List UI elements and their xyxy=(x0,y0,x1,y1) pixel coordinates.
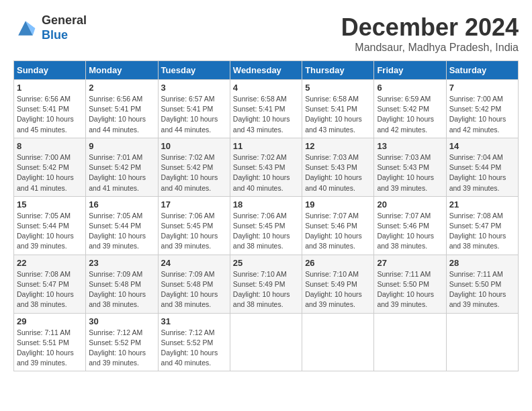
calendar-cell: 25 Sunrise: 7:10 AM Sunset: 5:49 PM Dayl… xyxy=(230,255,302,313)
calendar-cell: 26 Sunrise: 7:10 AM Sunset: 5:49 PM Dayl… xyxy=(302,255,374,313)
calendar-cell: 22 Sunrise: 7:08 AM Sunset: 5:47 PM Dayl… xyxy=(14,255,86,313)
day-number: 31 xyxy=(161,316,227,326)
day-info: Sunrise: 7:05 AM Sunset: 5:44 PM Dayligh… xyxy=(17,211,83,252)
calendar-week-row: 29 Sunrise: 7:11 AM Sunset: 5:51 PM Dayl… xyxy=(14,313,519,371)
day-number: 29 xyxy=(17,316,83,326)
day-number: 28 xyxy=(449,258,515,268)
day-info: Sunrise: 7:12 AM Sunset: 5:52 PM Dayligh… xyxy=(161,328,227,369)
logo: General Blue xyxy=(13,13,87,42)
calendar-week-row: 8 Sunrise: 7:00 AM Sunset: 5:42 PM Dayli… xyxy=(14,138,519,196)
day-number: 20 xyxy=(377,199,443,210)
calendar-cell: 20 Sunrise: 7:07 AM Sunset: 5:46 PM Dayl… xyxy=(374,196,446,255)
day-number: 17 xyxy=(161,199,227,210)
calendar-cell: 29 Sunrise: 7:11 AM Sunset: 5:51 PM Dayl… xyxy=(14,313,86,371)
weekday-header-wednesday: Wednesday xyxy=(230,61,302,80)
location-title: Mandsaur, Madhya Pradesh, India xyxy=(341,42,519,54)
day-number: 25 xyxy=(233,258,299,268)
calendar-cell: 12 Sunrise: 7:03 AM Sunset: 5:43 PM Dayl… xyxy=(302,138,374,196)
logo-general-text: General xyxy=(42,13,87,27)
calendar-cell: 30 Sunrise: 7:12 AM Sunset: 5:52 PM Dayl… xyxy=(86,313,158,371)
calendar-cell: 15 Sunrise: 7:05 AM Sunset: 5:44 PM Dayl… xyxy=(14,196,86,255)
calendar-cell: 21 Sunrise: 7:08 AM Sunset: 5:47 PM Dayl… xyxy=(446,196,518,255)
day-info: Sunrise: 7:09 AM Sunset: 5:48 PM Dayligh… xyxy=(89,269,154,310)
day-number: 22 xyxy=(17,258,83,268)
day-info: Sunrise: 7:07 AM Sunset: 5:46 PM Dayligh… xyxy=(377,211,443,252)
day-info: Sunrise: 7:05 AM Sunset: 5:44 PM Dayligh… xyxy=(89,211,154,252)
calendar-cell: 8 Sunrise: 7:00 AM Sunset: 5:42 PM Dayli… xyxy=(14,138,86,196)
calendar-cell: 13 Sunrise: 7:03 AM Sunset: 5:43 PM Dayl… xyxy=(374,138,446,196)
day-info: Sunrise: 7:02 AM Sunset: 5:42 PM Dayligh… xyxy=(161,152,227,193)
day-number: 24 xyxy=(161,258,227,268)
day-number: 12 xyxy=(305,141,371,151)
day-info: Sunrise: 7:01 AM Sunset: 5:42 PM Dayligh… xyxy=(89,152,154,193)
day-info: Sunrise: 7:00 AM Sunset: 5:42 PM Dayligh… xyxy=(17,152,83,193)
calendar-cell: 23 Sunrise: 7:09 AM Sunset: 5:48 PM Dayl… xyxy=(86,255,158,313)
day-number: 18 xyxy=(233,199,299,210)
weekday-header-thursday: Thursday xyxy=(302,61,374,80)
calendar-cell: 17 Sunrise: 7:06 AM Sunset: 5:45 PM Dayl… xyxy=(158,196,230,255)
day-number: 9 xyxy=(89,141,154,151)
day-number: 10 xyxy=(161,141,227,151)
calendar-cell: 10 Sunrise: 7:02 AM Sunset: 5:42 PM Dayl… xyxy=(158,138,230,196)
day-info: Sunrise: 6:56 AM Sunset: 5:41 PM Dayligh… xyxy=(89,94,154,135)
page-header: General Blue December 2024 Mandsaur, Mad… xyxy=(13,13,519,54)
day-number: 23 xyxy=(89,258,154,268)
calendar-cell: 7 Sunrise: 7:00 AM Sunset: 5:42 PM Dayli… xyxy=(446,80,518,138)
calendar-cell xyxy=(302,313,374,371)
day-info: Sunrise: 6:58 AM Sunset: 5:41 PM Dayligh… xyxy=(233,94,299,135)
calendar-week-row: 15 Sunrise: 7:05 AM Sunset: 5:44 PM Dayl… xyxy=(14,196,519,255)
calendar-cell: 9 Sunrise: 7:01 AM Sunset: 5:42 PM Dayli… xyxy=(86,138,158,196)
calendar-cell: 14 Sunrise: 7:04 AM Sunset: 5:44 PM Dayl… xyxy=(446,138,518,196)
day-info: Sunrise: 7:06 AM Sunset: 5:45 PM Dayligh… xyxy=(233,211,299,252)
day-info: Sunrise: 7:03 AM Sunset: 5:43 PM Dayligh… xyxy=(377,152,443,193)
calendar-cell xyxy=(446,313,518,371)
day-info: Sunrise: 7:11 AM Sunset: 5:50 PM Dayligh… xyxy=(377,269,443,310)
day-info: Sunrise: 7:11 AM Sunset: 5:50 PM Dayligh… xyxy=(449,269,515,310)
day-info: Sunrise: 7:10 AM Sunset: 5:49 PM Dayligh… xyxy=(233,269,299,310)
day-info: Sunrise: 6:59 AM Sunset: 5:42 PM Dayligh… xyxy=(377,94,443,135)
day-number: 14 xyxy=(449,141,515,151)
day-number: 4 xyxy=(233,83,299,93)
day-info: Sunrise: 7:12 AM Sunset: 5:52 PM Dayligh… xyxy=(89,328,154,369)
weekday-header-saturday: Saturday xyxy=(446,61,518,80)
day-number: 19 xyxy=(305,199,371,210)
calendar-cell xyxy=(230,313,302,371)
calendar-cell: 18 Sunrise: 7:06 AM Sunset: 5:45 PM Dayl… xyxy=(230,196,302,255)
day-info: Sunrise: 7:03 AM Sunset: 5:43 PM Dayligh… xyxy=(305,152,371,193)
day-number: 21 xyxy=(449,199,515,210)
day-info: Sunrise: 7:02 AM Sunset: 5:43 PM Dayligh… xyxy=(233,152,299,193)
day-info: Sunrise: 7:10 AM Sunset: 5:49 PM Dayligh… xyxy=(305,269,371,310)
day-number: 7 xyxy=(449,83,515,93)
calendar-table: SundayMondayTuesdayWednesdayThursdayFrid… xyxy=(13,60,519,371)
day-number: 3 xyxy=(161,83,227,93)
calendar-cell: 4 Sunrise: 6:58 AM Sunset: 5:41 PM Dayli… xyxy=(230,80,302,138)
weekday-header-sunday: Sunday xyxy=(14,61,86,80)
logo-icon xyxy=(13,16,38,40)
title-block: December 2024 Mandsaur, Madhya Pradesh, … xyxy=(341,13,519,54)
calendar-cell: 28 Sunrise: 7:11 AM Sunset: 5:50 PM Dayl… xyxy=(446,255,518,313)
day-info: Sunrise: 7:08 AM Sunset: 5:47 PM Dayligh… xyxy=(17,269,83,310)
day-number: 27 xyxy=(377,258,443,268)
day-info: Sunrise: 7:09 AM Sunset: 5:48 PM Dayligh… xyxy=(161,269,227,310)
calendar-cell: 16 Sunrise: 7:05 AM Sunset: 5:44 PM Dayl… xyxy=(86,196,158,255)
day-info: Sunrise: 6:56 AM Sunset: 5:41 PM Dayligh… xyxy=(17,94,83,135)
day-info: Sunrise: 7:11 AM Sunset: 5:51 PM Dayligh… xyxy=(17,328,83,369)
day-number: 11 xyxy=(233,141,299,151)
calendar-week-row: 22 Sunrise: 7:08 AM Sunset: 5:47 PM Dayl… xyxy=(14,255,519,313)
day-number: 26 xyxy=(305,258,371,268)
day-number: 5 xyxy=(305,83,371,93)
day-info: Sunrise: 7:06 AM Sunset: 5:45 PM Dayligh… xyxy=(161,211,227,252)
day-number: 13 xyxy=(377,141,443,151)
month-title: December 2024 xyxy=(341,13,519,42)
calendar-week-row: 1 Sunrise: 6:56 AM Sunset: 5:41 PM Dayli… xyxy=(14,80,519,138)
calendar-header-row: SundayMondayTuesdayWednesdayThursdayFrid… xyxy=(14,61,519,80)
day-number: 8 xyxy=(17,141,83,151)
weekday-header-friday: Friday xyxy=(374,61,446,80)
calendar-cell: 27 Sunrise: 7:11 AM Sunset: 5:50 PM Dayl… xyxy=(374,255,446,313)
day-info: Sunrise: 7:08 AM Sunset: 5:47 PM Dayligh… xyxy=(449,211,515,252)
weekday-header-monday: Monday xyxy=(86,61,158,80)
day-info: Sunrise: 7:00 AM Sunset: 5:42 PM Dayligh… xyxy=(449,94,515,135)
calendar-cell: 2 Sunrise: 6:56 AM Sunset: 5:41 PM Dayli… xyxy=(86,80,158,138)
calendar-cell xyxy=(374,313,446,371)
day-number: 6 xyxy=(377,83,443,93)
